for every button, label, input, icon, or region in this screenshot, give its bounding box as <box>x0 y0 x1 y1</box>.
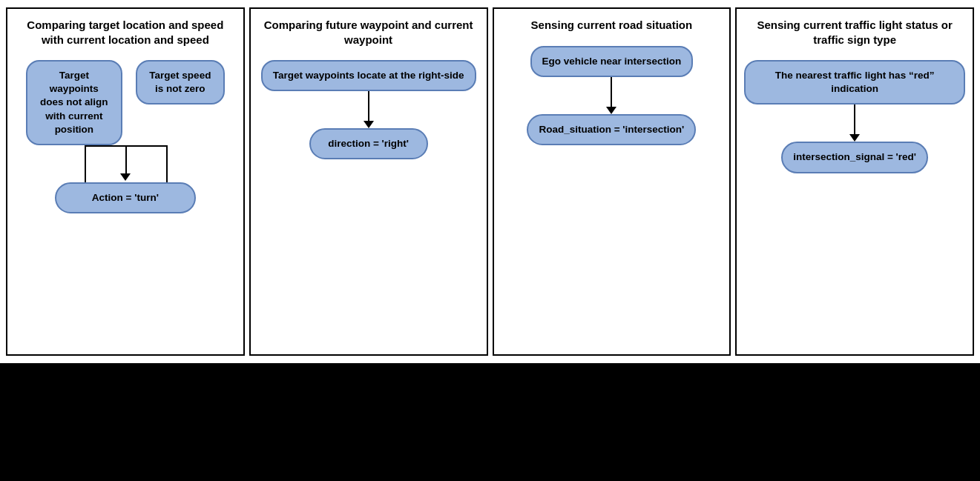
diagram-3-arrow <box>606 77 616 114</box>
diagram-1-title: Comparing target location and speed with… <box>15 18 236 47</box>
diagram-1: Comparing target location and speed with… <box>6 7 245 356</box>
diagram-3-title: Sensing current road situation <box>531 18 693 33</box>
diagram-1-node1: Target waypoints does not align with cur… <box>26 60 122 145</box>
diagram-1-node2: Target speed is not zero <box>136 60 225 105</box>
diagram-4-node1: The nearest traffic light has “red” indi… <box>744 60 965 105</box>
diagram-4-arrow <box>849 105 860 142</box>
diagram-1-result: Action = 'turn' <box>55 182 196 213</box>
diagram-3-result: Road_situation = 'intersection' <box>527 114 696 145</box>
diagram-3-node1: Ego vehicle near intersection <box>530 46 694 77</box>
diagram-1-connector <box>36 145 214 182</box>
diagram-4: Sensing current traffic light status or … <box>735 7 974 356</box>
diagram-2-title: Comparing future waypoint and current wa… <box>258 18 479 47</box>
diagram-2-result: direction = 'right' <box>309 128 428 159</box>
diagram-4-result: intersection_signal = 'red' <box>781 142 928 173</box>
diagram-2: Comparing future waypoint and current wa… <box>249 7 488 356</box>
diagram-2-node1: Target waypoints locate at the right-sid… <box>261 60 476 91</box>
diagram-4-content: The nearest traffic light has “red” indi… <box>744 60 965 342</box>
diagram-3-content: Ego vehicle near intersection Road_situa… <box>501 46 723 343</box>
main-area: Comparing target location and speed with… <box>0 0 980 363</box>
diagram-2-arrow <box>364 91 374 128</box>
diagram-4-title: Sensing current traffic light status or … <box>744 18 965 47</box>
diagram-3: Sensing current road situation Ego vehic… <box>493 7 731 356</box>
diagram-1-top-row: Target waypoints does not align with cur… <box>26 60 225 145</box>
diagram-2-content: Target waypoints locate at the right-sid… <box>258 60 479 342</box>
